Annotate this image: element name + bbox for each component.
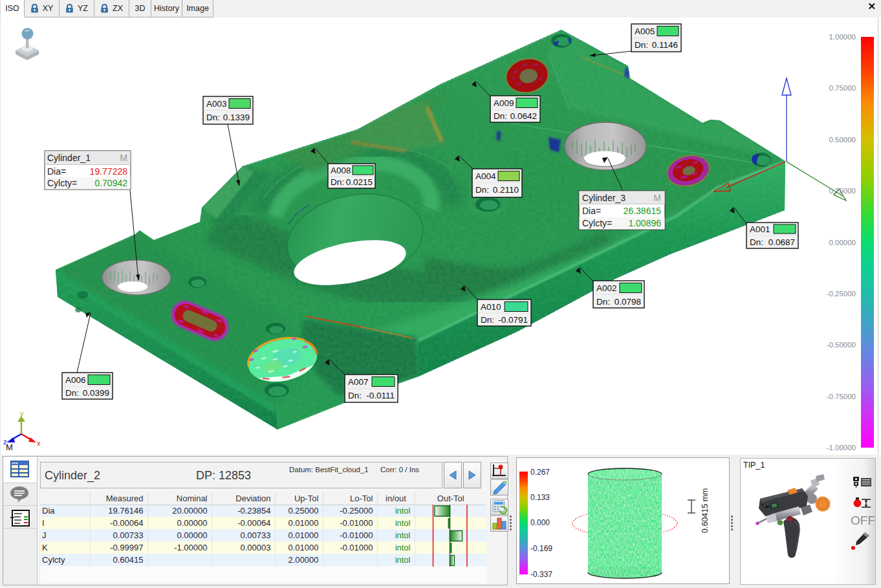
svg-text:Cylinder_3: Cylinder_3: [582, 193, 625, 203]
svg-text:Cylcty=: Cylcty=: [47, 178, 77, 188]
svg-text:0.60415 mm: 0.60415 mm: [701, 488, 710, 533]
svg-text:A008: A008: [331, 166, 351, 175]
svg-text:A002: A002: [596, 283, 617, 293]
svg-text:0.0215: 0.0215: [346, 177, 373, 187]
svg-text:Dn:: Dn:: [494, 111, 507, 121]
svg-text:A007: A007: [348, 377, 369, 387]
svg-text:A005: A005: [635, 27, 655, 36]
svg-text:0.0399: 0.0399: [83, 388, 109, 398]
svg-text:Dn:: Dn:: [475, 185, 489, 195]
svg-text:A004: A004: [475, 171, 496, 181]
svg-text:-0.0111: -0.0111: [366, 391, 395, 400]
svg-text:0.00000: 0.00000: [829, 239, 856, 246]
svg-text:0.000: 0.000: [530, 518, 550, 527]
svg-text:OFF: OFF: [851, 514, 875, 527]
svg-text:-1.00000: -1.00000: [827, 444, 856, 452]
svg-text:1.00896: 1.00896: [628, 218, 661, 228]
svg-text:0.133: 0.133: [530, 493, 550, 502]
svg-text:Dn:: Dn:: [635, 40, 648, 50]
svg-text:Dn:: Dn:: [348, 391, 362, 400]
svg-text:A003: A003: [206, 99, 227, 109]
svg-text:Cylcty=: Cylcty=: [582, 218, 612, 228]
svg-text:Dia=: Dia=: [47, 166, 66, 177]
svg-text:M: M: [120, 153, 127, 163]
svg-text:M: M: [653, 193, 661, 203]
svg-text:0.2110: 0.2110: [493, 185, 519, 195]
svg-text:0.0798: 0.0798: [615, 297, 641, 307]
svg-text:y: y: [20, 409, 24, 417]
svg-text:26.38615: 26.38615: [624, 206, 662, 216]
svg-text:0.0642: 0.0642: [510, 111, 537, 121]
svg-text:0.70942: 0.70942: [94, 178, 127, 188]
svg-text:x: x: [37, 439, 41, 447]
svg-text:A006: A006: [65, 375, 86, 385]
svg-text:Dn:: Dn:: [206, 113, 220, 122]
svg-text:19.77228: 19.77228: [90, 166, 128, 177]
svg-text:Dia=: Dia=: [582, 206, 601, 216]
svg-text:1.00000: 1.00000: [829, 33, 856, 41]
svg-text:-0.337: -0.337: [530, 570, 552, 579]
svg-text:-0.0791: -0.0791: [498, 315, 528, 325]
svg-text:-0.50000: -0.50000: [827, 341, 856, 349]
svg-text:0.0687: 0.0687: [768, 237, 795, 247]
svg-text:Dn:: Dn:: [331, 177, 344, 187]
svg-text:Dn:: Dn:: [65, 388, 79, 398]
svg-text:Dn:: Dn:: [481, 315, 494, 325]
svg-text:A010: A010: [481, 302, 501, 312]
svg-text:0.1339: 0.1339: [223, 113, 250, 122]
svg-text:Cylinder_1: Cylinder_1: [47, 153, 91, 163]
svg-text:0.75000: 0.75000: [829, 84, 856, 92]
svg-text:TIP_1: TIP_1: [743, 461, 765, 470]
svg-text:A001: A001: [750, 224, 770, 234]
svg-text:-0.169: -0.169: [530, 544, 552, 553]
svg-text:0.267: 0.267: [530, 468, 550, 477]
svg-text:Dn:: Dn:: [750, 237, 763, 247]
svg-text:A009: A009: [494, 98, 514, 108]
svg-text:0.1146: 0.1146: [652, 40, 678, 50]
svg-text:0.25000: 0.25000: [829, 187, 856, 195]
svg-text:-0.25000: -0.25000: [827, 290, 856, 298]
svg-text:M: M: [6, 442, 13, 452]
svg-text:Dn:: Dn:: [596, 297, 610, 307]
svg-text:0.50000: 0.50000: [829, 136, 856, 144]
svg-text:-0.75000: -0.75000: [827, 393, 856, 400]
